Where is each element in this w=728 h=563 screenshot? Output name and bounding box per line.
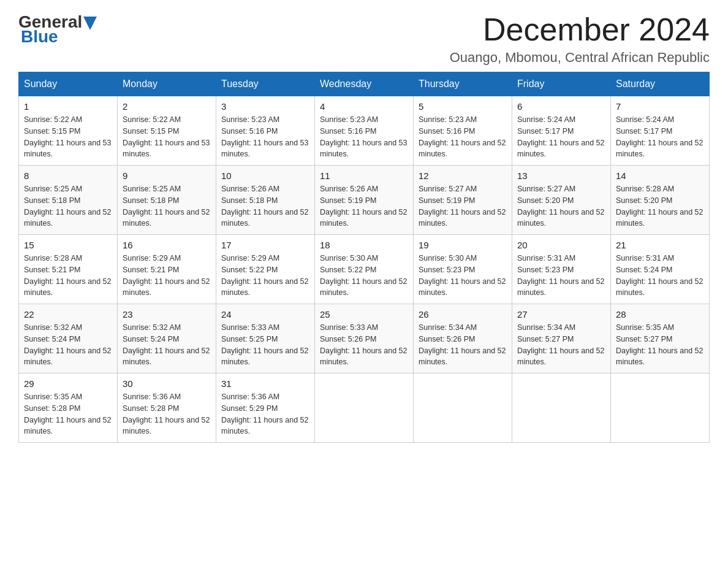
calendar-cell: 1Sunrise: 5:22 AMSunset: 5:15 PMDaylight… bbox=[19, 96, 118, 166]
day-info: Sunrise: 5:26 AMSunset: 5:19 PMDaylight:… bbox=[320, 183, 408, 229]
calendar-cell bbox=[414, 373, 512, 443]
calendar-cell: 2Sunrise: 5:22 AMSunset: 5:15 PMDaylight… bbox=[118, 96, 216, 166]
calendar-cell: 10Sunrise: 5:26 AMSunset: 5:18 PMDayligh… bbox=[216, 166, 315, 235]
day-info: Sunrise: 5:24 AMSunset: 5:17 PMDaylight:… bbox=[616, 114, 704, 160]
day-number: 23 bbox=[123, 309, 211, 320]
day-info: Sunrise: 5:27 AMSunset: 5:20 PMDaylight:… bbox=[517, 183, 605, 229]
calendar-cell: 13Sunrise: 5:27 AMSunset: 5:20 PMDayligh… bbox=[512, 166, 611, 235]
calendar-cell: 21Sunrise: 5:31 AMSunset: 5:24 PMDayligh… bbox=[611, 235, 710, 304]
day-info: Sunrise: 5:33 AMSunset: 5:25 PMDaylight:… bbox=[221, 322, 309, 368]
day-info: Sunrise: 5:22 AMSunset: 5:15 PMDaylight:… bbox=[24, 114, 112, 160]
day-number: 25 bbox=[320, 309, 408, 320]
calendar-cell: 15Sunrise: 5:28 AMSunset: 5:21 PMDayligh… bbox=[19, 235, 118, 304]
day-number: 11 bbox=[320, 170, 408, 181]
day-number: 21 bbox=[616, 240, 704, 250]
calendar-cell: 3Sunrise: 5:23 AMSunset: 5:16 PMDaylight… bbox=[216, 96, 315, 166]
day-info: Sunrise: 5:30 AMSunset: 5:22 PMDaylight:… bbox=[320, 253, 408, 299]
calendar-cell: 24Sunrise: 5:33 AMSunset: 5:25 PMDayligh… bbox=[216, 304, 315, 373]
day-number: 1 bbox=[24, 101, 112, 112]
calendar-cell: 18Sunrise: 5:30 AMSunset: 5:22 PMDayligh… bbox=[315, 235, 414, 304]
day-info: Sunrise: 5:35 AMSunset: 5:28 PMDaylight:… bbox=[24, 391, 112, 437]
calendar-cell: 29Sunrise: 5:35 AMSunset: 5:28 PMDayligh… bbox=[19, 373, 118, 443]
day-number: 10 bbox=[221, 170, 309, 181]
day-info: Sunrise: 5:36 AMSunset: 5:28 PMDaylight:… bbox=[123, 391, 211, 437]
day-info: Sunrise: 5:23 AMSunset: 5:16 PMDaylight:… bbox=[320, 114, 408, 160]
day-number: 27 bbox=[517, 309, 605, 320]
day-number: 17 bbox=[221, 240, 309, 250]
day-info: Sunrise: 5:31 AMSunset: 5:23 PMDaylight:… bbox=[517, 253, 605, 299]
calendar-cell: 12Sunrise: 5:27 AMSunset: 5:19 PMDayligh… bbox=[414, 166, 512, 235]
calendar-cell: 9Sunrise: 5:25 AMSunset: 5:18 PMDaylight… bbox=[118, 166, 216, 235]
month-title: December 2024 bbox=[450, 12, 710, 47]
day-info: Sunrise: 5:35 AMSunset: 5:27 PMDaylight:… bbox=[616, 322, 704, 368]
calendar-cell: 4Sunrise: 5:23 AMSunset: 5:16 PMDaylight… bbox=[315, 96, 414, 166]
day-number: 16 bbox=[123, 240, 211, 250]
day-info: Sunrise: 5:28 AMSunset: 5:20 PMDaylight:… bbox=[616, 183, 704, 229]
day-number: 4 bbox=[320, 101, 408, 112]
day-info: Sunrise: 5:23 AMSunset: 5:16 PMDaylight:… bbox=[221, 114, 309, 160]
weekday-header-saturday: Saturday bbox=[611, 72, 710, 96]
day-number: 2 bbox=[123, 101, 211, 112]
calendar-cell: 30Sunrise: 5:36 AMSunset: 5:28 PMDayligh… bbox=[118, 373, 216, 443]
location-title: Ouango, Mbomou, Central African Republic bbox=[450, 50, 710, 66]
calendar-table: SundayMondayTuesdayWednesdayThursdayFrid… bbox=[18, 72, 710, 443]
day-number: 30 bbox=[123, 378, 211, 389]
calendar-cell: 25Sunrise: 5:33 AMSunset: 5:26 PMDayligh… bbox=[315, 304, 414, 373]
weekday-header-monday: Monday bbox=[118, 72, 216, 96]
weekday-header-friday: Friday bbox=[512, 72, 611, 96]
day-number: 5 bbox=[419, 101, 507, 112]
logo-blue: Blue bbox=[18, 27, 58, 47]
calendar-cell: 31Sunrise: 5:36 AMSunset: 5:29 PMDayligh… bbox=[216, 373, 315, 443]
calendar-cell: 17Sunrise: 5:29 AMSunset: 5:22 PMDayligh… bbox=[216, 235, 315, 304]
day-number: 26 bbox=[419, 309, 507, 320]
calendar-cell: 26Sunrise: 5:34 AMSunset: 5:26 PMDayligh… bbox=[414, 304, 512, 373]
day-info: Sunrise: 5:33 AMSunset: 5:26 PMDaylight:… bbox=[320, 322, 408, 368]
day-number: 9 bbox=[123, 170, 211, 181]
day-info: Sunrise: 5:32 AMSunset: 5:24 PMDaylight:… bbox=[123, 322, 211, 368]
logo: General Blue bbox=[18, 12, 97, 47]
day-number: 19 bbox=[419, 240, 507, 250]
day-number: 3 bbox=[221, 101, 309, 112]
calendar-cell: 27Sunrise: 5:34 AMSunset: 5:27 PMDayligh… bbox=[512, 304, 611, 373]
calendar-cell: 28Sunrise: 5:35 AMSunset: 5:27 PMDayligh… bbox=[611, 304, 710, 373]
day-info: Sunrise: 5:29 AMSunset: 5:21 PMDaylight:… bbox=[123, 253, 211, 299]
day-info: Sunrise: 5:25 AMSunset: 5:18 PMDaylight:… bbox=[123, 183, 211, 229]
calendar-cell: 7Sunrise: 5:24 AMSunset: 5:17 PMDaylight… bbox=[611, 96, 710, 166]
day-number: 18 bbox=[320, 240, 408, 250]
day-info: Sunrise: 5:23 AMSunset: 5:16 PMDaylight:… bbox=[419, 114, 507, 160]
calendar-cell bbox=[512, 373, 611, 443]
week-row-3: 15Sunrise: 5:28 AMSunset: 5:21 PMDayligh… bbox=[19, 235, 710, 304]
day-info: Sunrise: 5:30 AMSunset: 5:23 PMDaylight:… bbox=[419, 253, 507, 299]
day-number: 29 bbox=[24, 378, 112, 389]
day-number: 28 bbox=[616, 309, 704, 320]
day-info: Sunrise: 5:29 AMSunset: 5:22 PMDaylight:… bbox=[221, 253, 309, 299]
day-info: Sunrise: 5:31 AMSunset: 5:24 PMDaylight:… bbox=[616, 253, 704, 299]
calendar-cell: 23Sunrise: 5:32 AMSunset: 5:24 PMDayligh… bbox=[118, 304, 216, 373]
week-row-1: 1Sunrise: 5:22 AMSunset: 5:15 PMDaylight… bbox=[19, 96, 710, 166]
day-number: 8 bbox=[24, 170, 112, 181]
day-number: 6 bbox=[517, 101, 605, 112]
calendar-cell: 5Sunrise: 5:23 AMSunset: 5:16 PMDaylight… bbox=[414, 96, 512, 166]
weekday-header-row: SundayMondayTuesdayWednesdayThursdayFrid… bbox=[19, 72, 710, 96]
calendar-cell: 16Sunrise: 5:29 AMSunset: 5:21 PMDayligh… bbox=[118, 235, 216, 304]
calendar-cell: 11Sunrise: 5:26 AMSunset: 5:19 PMDayligh… bbox=[315, 166, 414, 235]
day-info: Sunrise: 5:26 AMSunset: 5:18 PMDaylight:… bbox=[221, 183, 309, 229]
calendar-cell: 8Sunrise: 5:25 AMSunset: 5:18 PMDaylight… bbox=[19, 166, 118, 235]
day-info: Sunrise: 5:22 AMSunset: 5:15 PMDaylight:… bbox=[123, 114, 211, 160]
day-info: Sunrise: 5:24 AMSunset: 5:17 PMDaylight:… bbox=[517, 114, 605, 160]
calendar-cell: 22Sunrise: 5:32 AMSunset: 5:24 PMDayligh… bbox=[19, 304, 118, 373]
day-info: Sunrise: 5:27 AMSunset: 5:19 PMDaylight:… bbox=[419, 183, 507, 229]
weekday-header-wednesday: Wednesday bbox=[315, 72, 414, 96]
weekday-header-sunday: Sunday bbox=[19, 72, 118, 96]
day-number: 7 bbox=[616, 101, 704, 112]
weekday-header-tuesday: Tuesday bbox=[216, 72, 315, 96]
day-number: 14 bbox=[616, 170, 704, 181]
weekday-header-thursday: Thursday bbox=[414, 72, 512, 96]
day-info: Sunrise: 5:32 AMSunset: 5:24 PMDaylight:… bbox=[24, 322, 112, 368]
day-number: 20 bbox=[517, 240, 605, 250]
day-info: Sunrise: 5:28 AMSunset: 5:21 PMDaylight:… bbox=[24, 253, 112, 299]
calendar-cell: 14Sunrise: 5:28 AMSunset: 5:20 PMDayligh… bbox=[611, 166, 710, 235]
title-area: December 2024 Ouango, Mbomou, Central Af… bbox=[450, 12, 710, 66]
week-row-2: 8Sunrise: 5:25 AMSunset: 5:18 PMDaylight… bbox=[19, 166, 710, 235]
calendar-cell bbox=[611, 373, 710, 443]
